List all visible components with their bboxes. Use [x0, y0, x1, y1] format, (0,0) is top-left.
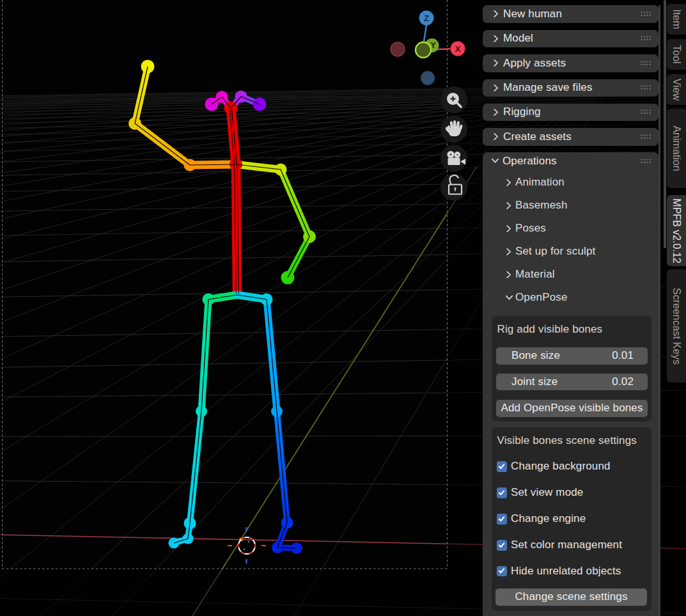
svg-text:X: X — [455, 44, 460, 54]
svg-text:Z: Z — [424, 13, 429, 23]
